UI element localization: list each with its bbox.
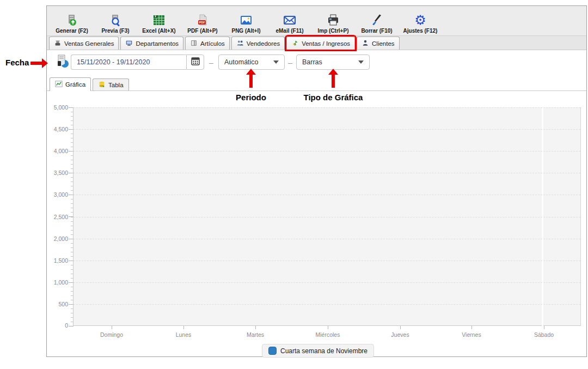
tab-label: Departamentos (136, 40, 179, 47)
x-axis-label: Domingo (100, 331, 123, 338)
pdf-icon: PDF (196, 13, 209, 27)
tab-label: Vendedores (247, 40, 280, 47)
tab-ventas-ingresos[interactable]: $ Ventas / Ingresos (286, 37, 355, 50)
y-axis-tick-label: 1,000 (42, 279, 68, 286)
date-range-value: 15/11/2020 - 19/11/2020 (77, 58, 150, 66)
png-label: PNG (Alt+I) (231, 28, 260, 34)
legend-swatch (268, 347, 277, 355)
monitor-icon (125, 39, 133, 48)
calendar-icon (191, 56, 200, 68)
excel-icon: X (152, 13, 166, 27)
pdf-label: PDF (Alt+P) (187, 28, 217, 34)
tab-grafica[interactable]: Gráfica (50, 77, 91, 91)
app-window: Generar (F2) Previa (F3) X Excel (Alt+X)… (46, 5, 587, 357)
y-axis-tick-label: 1,500 (42, 257, 68, 264)
tab-label: Ventas Generales (64, 40, 114, 47)
tab-label: Clientes (372, 40, 395, 47)
period-value: Automático (224, 58, 259, 66)
separator-dash: – (209, 58, 213, 67)
settings-button[interactable]: ⚙ Ajustes (F12) (399, 13, 442, 34)
money-icon: $ (291, 39, 299, 48)
gear-icon: ⚙ (414, 13, 426, 27)
separator-dash: – (288, 58, 292, 67)
svg-text:PDF: PDF (199, 21, 206, 24)
tab-clientes[interactable]: Clientes (357, 37, 400, 50)
gridline: 3,500 (74, 173, 580, 173)
gridline: 1,500 (74, 261, 580, 261)
tab-label: Gráfica (65, 81, 85, 88)
x-axis-tick (544, 326, 544, 329)
email-button[interactable]: eMail (F11) (268, 13, 311, 34)
client-icon (362, 39, 369, 48)
gridline: 3,000 (74, 195, 580, 195)
generate-icon (65, 13, 78, 27)
y-axis-tick-label: 500 (42, 301, 68, 307)
x-axis-label: Sábado (534, 331, 554, 338)
png-button[interactable]: PNG (Alt+I) (224, 13, 268, 34)
articles-icon (190, 39, 198, 48)
tab-label: Ventas / Ingresos (302, 40, 350, 47)
preview-button[interactable]: Previa (F3) (94, 13, 137, 34)
x-axis-tick (183, 326, 184, 329)
tab-label: Tabla (108, 82, 124, 88)
red-arrow-right-icon (30, 58, 48, 68)
generate-button[interactable]: Generar (F2) (50, 13, 94, 34)
calendar-button[interactable] (186, 55, 204, 70)
red-arrow-up-icon (246, 69, 256, 88)
gridline: 1,000 (74, 282, 580, 283)
erase-label: Borrar (F10) (361, 28, 392, 34)
tab-vendedores[interactable]: Vendedores (231, 37, 285, 50)
erase-button[interactable]: Borrar (F10) (355, 13, 399, 34)
x-axis-label: Jueves (391, 331, 409, 338)
x-axis-tick (112, 326, 112, 329)
date-range-input[interactable]: 15/11/2020 - 19/11/2020 (71, 55, 186, 70)
x-axis-label: Lunes (176, 331, 192, 338)
preview-icon (109, 13, 122, 27)
gridline: 500 (74, 304, 580, 305)
y-axis-tick-label: 3,500 (42, 170, 68, 176)
y-axis-tick-label: 4,500 (42, 126, 68, 132)
legend-label: Cuarta semana de Noviembre (280, 347, 367, 355)
printer-icon (327, 13, 340, 27)
y-axis-tick-label: 4,000 (42, 148, 68, 154)
chevron-down-icon (358, 61, 364, 64)
bar-chart-plot-area: 5,000 4,500 4,000 3,500 3,000 2,500 2,00… (73, 107, 581, 326)
sellers-icon (236, 39, 244, 48)
toolbar: Generar (F2) Previa (F3) X Excel (Alt+X)… (47, 6, 586, 36)
tab-tabla[interactable]: Tabla (93, 78, 129, 90)
print-button[interactable]: Imp (Ctrl+P) (311, 13, 355, 34)
y-axis-major-ticks (69, 107, 74, 326)
gridline: 2,500 (74, 217, 580, 217)
chart-legend[interactable]: Cuarta semana de Noviembre (262, 344, 374, 358)
report-tabs: Ventas Generales Departamentos Artículos… (47, 36, 586, 50)
gridline: 4,500 (74, 129, 580, 130)
chart-icon (55, 80, 63, 89)
gridline: 5,000 (74, 107, 580, 108)
period-dropdown[interactable]: Automático (218, 55, 285, 70)
print-label: Imp (Ctrl+P) (318, 28, 349, 34)
y-axis-tick-label: 5,000 (42, 104, 68, 111)
x-axis-tick (471, 326, 472, 329)
x-axis-tick (400, 326, 401, 329)
x-axis-label: Martes (247, 331, 264, 338)
y-axis-tick-label: 2,000 (42, 235, 68, 242)
x-axis-label: Viernes (462, 331, 481, 338)
x-axis-tick (255, 326, 256, 329)
gridline: 2,000 (74, 239, 580, 239)
chart-type-value: Barras (302, 58, 322, 66)
chart-type-dropdown[interactable]: Barras (296, 55, 370, 70)
brush-icon (370, 13, 383, 27)
y-axis-tick-label: 3,000 (42, 191, 68, 198)
pdf-button[interactable]: PDF PDF (Alt+P) (181, 13, 224, 34)
x-axis-tick (328, 326, 328, 329)
fecha-annotation-label: Fecha (5, 58, 29, 67)
tab-articulos[interactable]: Artículos (185, 37, 230, 50)
tab-departamentos[interactable]: Departamentos (120, 37, 183, 50)
preview-label: Previa (F3) (101, 28, 129, 34)
y-axis-tick-label: 0 (42, 322, 68, 329)
tipo-de-grafica-annotation-label: Tipo de Gráfica (304, 93, 363, 102)
excel-button[interactable]: X Excel (Alt+X) (137, 13, 181, 34)
cash-register-icon (54, 39, 62, 48)
excel-label: Excel (Alt+X) (142, 28, 175, 34)
tab-ventas-generales[interactable]: Ventas Generales (49, 37, 119, 50)
